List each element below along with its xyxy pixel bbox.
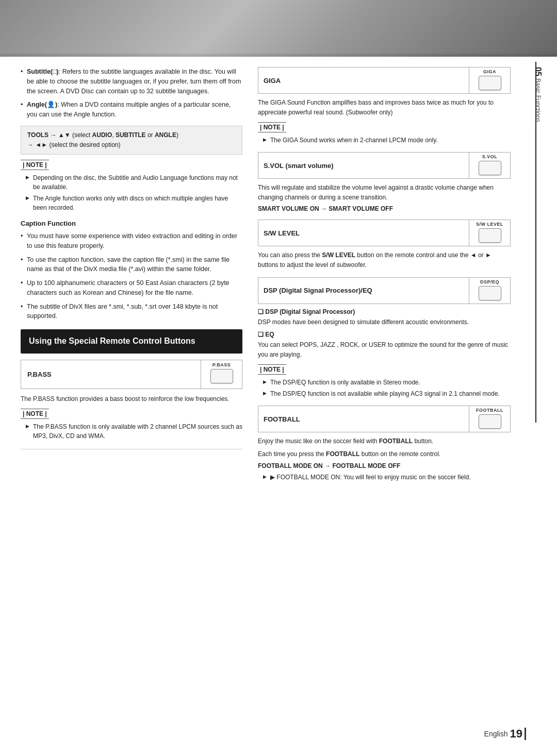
angle-label: Angle(👤) xyxy=(27,101,57,108)
subtitle-label: Subtitle(□) xyxy=(27,68,59,75)
football-button-rect xyxy=(479,414,501,429)
pbass-button-rect xyxy=(210,369,233,383)
svol-header: S.VOL (smart volume) S.VOL xyxy=(258,152,511,179)
sidebar-number: 05 xyxy=(533,67,543,76)
swlevel-button-img: S/W LEVEL xyxy=(469,220,510,246)
swlevel-section: S/W LEVEL S/W LEVEL You can also press t… xyxy=(258,220,511,270)
note-title-1: | NOTE | xyxy=(21,160,49,170)
caption-heading: Caption Function xyxy=(21,220,242,227)
dsp-note-list: The DSP/EQ function is only available in… xyxy=(258,378,511,398)
pbass-note-list: The P.BASS function is only available wi… xyxy=(21,422,242,441)
swlevel-button-rect xyxy=(479,228,501,243)
football-desc2: Each time you press the FOOTBALL button … xyxy=(258,449,511,459)
caption-item-1: You must have some experience with video… xyxy=(21,231,242,251)
subtitle-angle-list: Subtitle(□): Refers to the subtitle lang… xyxy=(21,67,242,120)
header-banner xyxy=(0,0,557,57)
dsp-note-title: | NOTE | xyxy=(258,364,286,375)
giga-desc: The GIGA Sound Function amplifies bass a… xyxy=(258,98,511,117)
dsp-sub2-title: ❑ EQ xyxy=(258,331,511,338)
angle-text: : When a DVD contains multiple angles of… xyxy=(27,101,231,118)
giga-button-label: GIGA xyxy=(483,69,496,74)
swlevel-button-label: S/W LEVEL xyxy=(476,222,503,227)
giga-note-list: The GIGA Sound works when in 2-channel L… xyxy=(258,136,511,145)
svol-button-rect xyxy=(479,161,501,175)
dsp-sub2-desc: You can select POPS, JAZZ , ROCK, or USE… xyxy=(258,340,511,359)
dsp-sub1-title: ❑ DSP (Digital Signal Processor) xyxy=(258,308,511,315)
caption-item-4: The subtitle of DivX files are *.smi, *.… xyxy=(21,302,242,322)
subtitle-item: Subtitle(□): Refers to the subtitle lang… xyxy=(21,67,242,96)
dsp-note-item-2: The DSP/EQ function is not available whi… xyxy=(263,389,511,398)
pbass-note-title: | NOTE | xyxy=(21,409,49,419)
giga-note-title: | NOTE | xyxy=(258,122,286,132)
swlevel-header: S/W LEVEL S/W LEVEL xyxy=(258,220,511,246)
dsp-label: DSP (Digital Signal Processor)/EQ xyxy=(258,282,469,298)
swlevel-label: S/W LEVEL xyxy=(258,225,469,241)
svol-label: S.VOL (smart volume) xyxy=(258,158,469,174)
pbass-desc: The P.BASS function provides a bass boos… xyxy=(21,394,242,404)
footer-text: English xyxy=(484,730,508,738)
pbass-label: P.BASS xyxy=(21,365,201,383)
dsp-header: DSP (Digital Signal Processor)/EQ DSP/EQ xyxy=(258,277,511,304)
subtitle-text: : Refers to the subtitle languages avail… xyxy=(27,68,241,95)
football-button-label: FOOTBALL xyxy=(476,408,503,413)
giga-note-item: The GIGA Sound works when in 2-channel L… xyxy=(263,136,511,145)
tools-line2: → ◄► (select the desired option) xyxy=(27,140,236,150)
pbass-button-label: P.BASS xyxy=(212,362,231,367)
footer: English 19 xyxy=(0,727,557,741)
football-note-item: ▶ FOOTBALL MODE ON: You will feel to enj… xyxy=(263,473,511,482)
tools-line1: TOOLS → ▲▼ (select AUDIO, SUBTITLE or AN… xyxy=(27,130,236,140)
dsp-button-label: DSP/EQ xyxy=(480,279,499,284)
tools-box: TOOLS → ▲▼ (select AUDIO, SUBTITLE or AN… xyxy=(21,126,242,155)
note-item-1: Depending on the disc, the Subtitle and … xyxy=(26,173,242,192)
svol-section: S.VOL (smart volume) S.VOL This will reg… xyxy=(258,152,511,212)
sidebar-label: 05 Basic Functions xyxy=(533,67,543,122)
pbass-note-section: | NOTE | The P.BASS function is only ava… xyxy=(21,409,242,441)
caption-item-2: To use the caption function, save the ca… xyxy=(21,255,242,275)
note-item-2: The Angle function works only with discs… xyxy=(26,194,242,212)
football-desc1: Enjoy the music like on the soccer field… xyxy=(258,436,511,446)
angle-item: Angle(👤): When a DVD contains multiple a… xyxy=(21,100,242,120)
giga-button-img: GIGA xyxy=(469,68,510,93)
caption-list: You must have some experience with video… xyxy=(21,231,242,321)
note-list-1: Depending on the disc, the Subtitle and … xyxy=(21,173,242,212)
main-content: Subtitle(□): Refers to the subtitle lang… xyxy=(0,57,557,499)
caption-item-3: Up to 100 alphanumeric characters or 50 … xyxy=(21,278,242,298)
divider-bottom xyxy=(21,449,242,449)
giga-header: GIGA GIGA xyxy=(258,67,511,94)
note-section-1: | NOTE | Depending on the disc, the Subt… xyxy=(21,160,242,212)
svol-desc: This will regulate and stabilize the vol… xyxy=(258,183,511,202)
dsp-section: DSP (Digital Signal Processor)/EQ DSP/EQ… xyxy=(258,277,511,399)
smart-volume-line: SMART VOLUME ON → SMART VOLUME OFF xyxy=(258,205,511,212)
giga-note-section: | NOTE | The GIGA Sound works when in 2-… xyxy=(258,122,511,145)
football-section: FOOTBALL FOOTBALL Enjoy the music like o… xyxy=(258,406,511,481)
sidebar-text: Basic Functions xyxy=(534,78,542,122)
football-label: FOOTBALL xyxy=(258,411,469,427)
dsp-note-item-1: The DSP/EQ function is only available in… xyxy=(263,378,511,387)
giga-label: GIGA xyxy=(258,73,469,89)
giga-button-rect xyxy=(479,76,501,90)
dsp-button-img: DSP/EQ xyxy=(469,278,510,304)
right-column: GIGA GIGA The GIGA Sound Function amplif… xyxy=(258,67,526,489)
pbass-button-img: P.BASS xyxy=(201,360,242,389)
dsp-button-rect xyxy=(479,286,501,300)
dsp-note-section: | NOTE | The DSP/EQ function is only ava… xyxy=(258,364,511,398)
football-mode-line: FOOTBALL MODE ON → FOOTBALL MODE OFF xyxy=(258,462,511,469)
left-column: Subtitle(□): Refers to the subtitle lang… xyxy=(21,67,242,489)
giga-section: GIGA GIGA The GIGA Sound Function amplif… xyxy=(258,67,511,145)
football-note-list: ▶ FOOTBALL MODE ON: You will feel to enj… xyxy=(258,473,511,482)
special-section-header: Using the Special Remote Control Buttons xyxy=(21,329,242,353)
svol-button-label: S.VOL xyxy=(482,154,498,159)
footer-number: 19 xyxy=(510,727,522,741)
dsp-sub1-desc: DSP modes have been designed to simulate… xyxy=(258,317,511,327)
pbass-row: P.BASS P.BASS xyxy=(21,360,242,389)
swlevel-desc: You can also press the S/W LEVEL button … xyxy=(258,250,511,270)
football-button-img: FOOTBALL xyxy=(469,406,510,432)
football-header: FOOTBALL FOOTBALL xyxy=(258,406,511,432)
svol-button-img: S.VOL xyxy=(469,153,510,178)
footer-bar xyxy=(525,728,526,740)
pbass-note-item: The P.BASS function is only available wi… xyxy=(26,422,242,441)
